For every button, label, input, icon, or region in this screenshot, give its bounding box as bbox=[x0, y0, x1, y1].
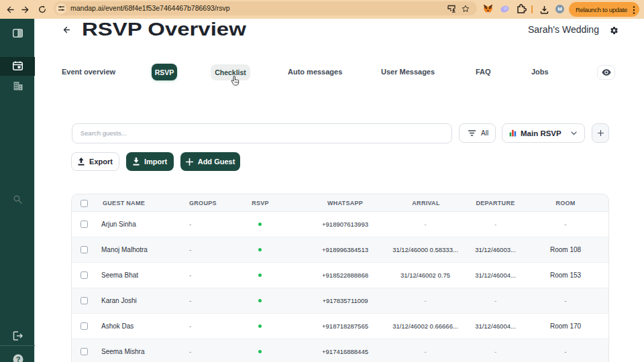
svg-text:?: ? bbox=[15, 355, 20, 362]
